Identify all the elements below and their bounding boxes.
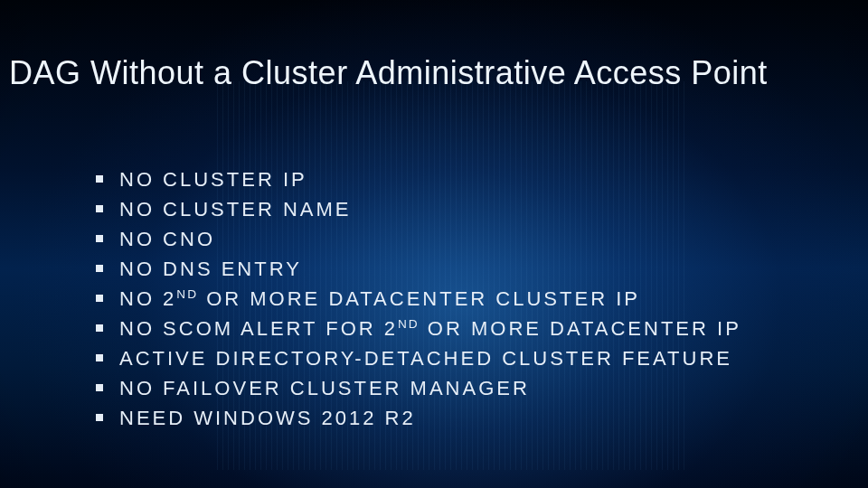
list-item: NO SCOM ALERT FOR 2ND OR MORE DATACENTER… xyxy=(83,314,741,343)
bullet-text: NO DNS ENTRY xyxy=(119,258,302,280)
bullet-sup: ND xyxy=(398,317,420,331)
list-item: NO DNS ENTRY xyxy=(83,254,741,284)
bullet-text: NO SCOM ALERT FOR 2 xyxy=(119,317,398,340)
list-item: NO FAILOVER CLUSTER MANAGER xyxy=(83,373,741,403)
list-item: NO CLUSTER NAME xyxy=(83,194,741,224)
bullet-text: NEED WINDOWS 2012 R2 xyxy=(119,407,416,429)
bullet-text: NO CNO xyxy=(119,228,215,250)
slide: DAG Without a Cluster Administrative Acc… xyxy=(0,0,868,488)
list-item: NEED WINDOWS 2012 R2 xyxy=(83,403,741,433)
bullet-text: NO FAILOVER CLUSTER MANAGER xyxy=(119,377,530,399)
bullet-sup: ND xyxy=(176,287,198,301)
bullet-text-post: OR MORE DATACENTER CLUSTER IP xyxy=(198,287,640,310)
list-item: ACTIVE DIRECTORY-DETACHED CLUSTER FEATUR… xyxy=(83,343,741,373)
list-item: NO 2ND OR MORE DATACENTER CLUSTER IP xyxy=(83,284,741,314)
bullet-text: NO CLUSTER IP xyxy=(119,168,307,191)
bullet-text: NO 2 xyxy=(119,287,176,310)
bullet-text: ACTIVE DIRECTORY-DETACHED CLUSTER FEATUR… xyxy=(119,347,732,370)
list-item: NO CLUSTER IP xyxy=(83,164,741,194)
list-item: NO CNO xyxy=(83,224,741,254)
slide-title: DAG Without a Cluster Administrative Acc… xyxy=(9,54,859,92)
bullet-text-post: OR MORE DATACENTER IP xyxy=(420,317,741,340)
bullet-text: NO CLUSTER NAME xyxy=(119,198,351,221)
bullet-list: NO CLUSTER IP NO CLUSTER NAME NO CNO NO … xyxy=(83,164,741,433)
